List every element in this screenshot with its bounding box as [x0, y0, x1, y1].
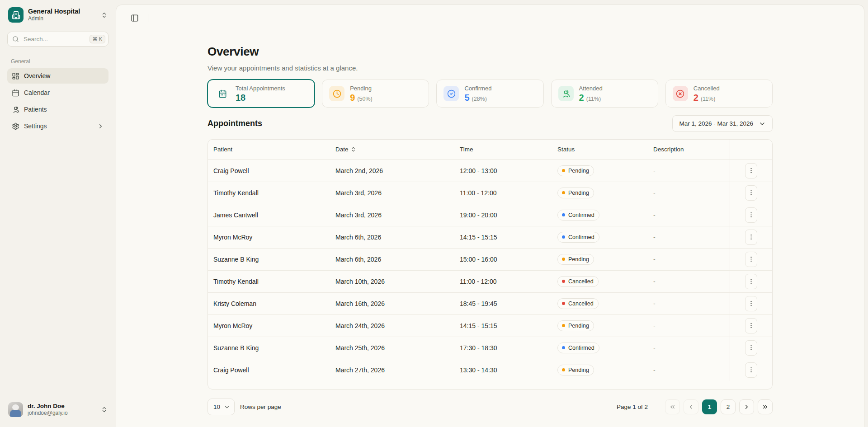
user-name: dr. John Doe	[28, 403, 68, 410]
status-dot	[562, 368, 565, 371]
first-page-button[interactable]	[665, 399, 680, 414]
org-switcher[interactable]: General Hospital Admin	[7, 6, 108, 23]
status-dot	[562, 191, 565, 194]
column-label: Description	[653, 146, 684, 153]
cell-actions	[730, 226, 772, 248]
row-actions-button[interactable]	[745, 340, 757, 356]
user-email: johndoe@galy.io	[28, 410, 68, 417]
cell-patient: Timothy Kendall	[208, 270, 330, 292]
search-box[interactable]: ⌘ K	[7, 32, 108, 47]
rows-per-page-select[interactable]: 10	[208, 399, 235, 415]
sidebar-item-patients[interactable]: Patients	[7, 102, 108, 117]
kebab-icon	[748, 211, 755, 218]
appointments-table: PatientDateTimeStatusDescription Craig P…	[208, 140, 772, 381]
previous-page-button[interactable]	[684, 399, 698, 414]
stat-percentage: (11%)	[701, 96, 715, 102]
cell-description: -	[648, 359, 730, 381]
status-label: Confirmed	[568, 234, 594, 240]
stat-value: 2	[579, 93, 584, 102]
column-header-actions	[730, 140, 772, 160]
cell-patient: Myron McRoy	[208, 226, 330, 248]
stat-label: Confirmed	[464, 85, 491, 91]
status-dot	[562, 346, 565, 349]
sidebar-nav: OverviewCalendarPatientsSettings	[7, 68, 108, 135]
last-page-button[interactable]	[758, 399, 773, 414]
stat-label: Total Appointments	[236, 85, 285, 91]
avatar	[8, 402, 23, 417]
sidebar-item-label: Patients	[24, 106, 47, 113]
cell-time: 11:00 - 12:00	[454, 182, 552, 204]
cell-status: Cancelled	[552, 292, 648, 314]
kebab-icon	[748, 167, 755, 174]
row-actions-button[interactable]	[745, 230, 757, 245]
rows-per-page-label: Rows per page	[240, 404, 281, 410]
cell-status: Pending	[552, 248, 648, 270]
table-footer: 10 Rows per page Page 1 of 2 12	[208, 399, 773, 425]
stat-value: 9	[350, 93, 355, 102]
cell-date: March 16th, 2026	[330, 292, 454, 314]
gear-icon	[12, 122, 19, 130]
kebab-icon	[748, 366, 755, 373]
status-dot	[562, 302, 565, 305]
content: Overview View your appointments and stat…	[208, 31, 773, 425]
cell-status: Cancelled	[552, 270, 648, 292]
sort-icon[interactable]	[350, 146, 356, 152]
user-menu[interactable]: dr. John Doe johndoe@galy.io	[7, 401, 108, 418]
sidebar-item-settings[interactable]: Settings	[7, 118, 108, 134]
row-actions-button[interactable]	[745, 362, 757, 378]
chevrons-left-icon	[669, 404, 676, 410]
stat-card-confirmed[interactable]: Confirmed5(28%)	[436, 80, 543, 108]
main-panel: Overview View your appointments and stat…	[116, 5, 864, 427]
cell-patient: Suzanne B King	[208, 337, 330, 359]
stat-card-attended[interactable]: Attended2(11%)	[551, 80, 658, 108]
cell-status: Pending	[552, 359, 648, 381]
row-actions-button[interactable]	[745, 207, 757, 223]
status-badge: Confirmed	[557, 210, 599, 221]
table-row: Suzanne B KingMarch 25th, 202617:30 - 18…	[208, 337, 772, 359]
page-button-2[interactable]: 2	[721, 399, 736, 414]
cell-patient: Kristy Coleman	[208, 292, 330, 314]
sidebar-toggle-button[interactable]	[128, 11, 142, 25]
status-dot	[562, 213, 565, 216]
status-badge: Cancelled	[557, 276, 599, 287]
cell-description: -	[648, 204, 730, 226]
status-label: Cancelled	[568, 300, 594, 307]
table-row: Myron McRoyMarch 6th, 202614:15 - 15:15C…	[208, 226, 772, 248]
row-actions-button[interactable]	[745, 274, 757, 289]
column-label: Time	[460, 146, 473, 153]
table-row: Suzanne B KingMarch 6th, 202615:00 - 16:…	[208, 248, 772, 270]
next-page-button[interactable]	[739, 399, 754, 414]
page-button-1[interactable]: 1	[702, 399, 717, 414]
cell-time: 14:15 - 15:15	[454, 226, 552, 248]
kebab-icon	[748, 344, 755, 351]
row-actions-button[interactable]	[745, 163, 757, 178]
sidebar-item-calendar[interactable]: Calendar	[7, 85, 108, 100]
row-actions-button[interactable]	[745, 318, 757, 333]
column-header-time: Time	[454, 140, 552, 160]
cell-actions	[730, 337, 772, 359]
cell-actions	[730, 292, 772, 314]
calendar-days-icon	[215, 86, 230, 101]
search-shortcut: ⌘ K	[90, 35, 105, 43]
stat-card-pending[interactable]: Pending9(50%)	[322, 80, 429, 108]
stat-card-cancelled[interactable]: Cancelled2(11%)	[665, 80, 773, 108]
status-label: Pending	[568, 168, 589, 174]
cell-status: Confirmed	[552, 204, 648, 226]
cell-date: March 6th, 2026	[330, 248, 454, 270]
cell-status: Pending	[552, 182, 648, 204]
column-header-date[interactable]: Date	[330, 140, 454, 160]
cell-actions	[730, 160, 772, 182]
circle-x-icon	[673, 86, 688, 101]
row-actions-button[interactable]	[745, 296, 757, 311]
stat-percentage: (50%)	[357, 96, 372, 102]
row-actions-button[interactable]	[745, 185, 757, 201]
topbar-divider	[148, 14, 148, 23]
sidebar-item-overview[interactable]: Overview	[7, 68, 108, 84]
chevron-down-icon	[224, 404, 230, 410]
row-actions-button[interactable]	[745, 252, 757, 267]
status-label: Confirmed	[568, 345, 594, 351]
search-input[interactable]	[23, 35, 86, 43]
date-range-button[interactable]: Mar 1, 2026 - Mar 31, 2026	[672, 115, 773, 132]
status-label: Pending	[568, 367, 589, 373]
stat-card-total-appointments[interactable]: Total Appointments18	[208, 80, 315, 108]
